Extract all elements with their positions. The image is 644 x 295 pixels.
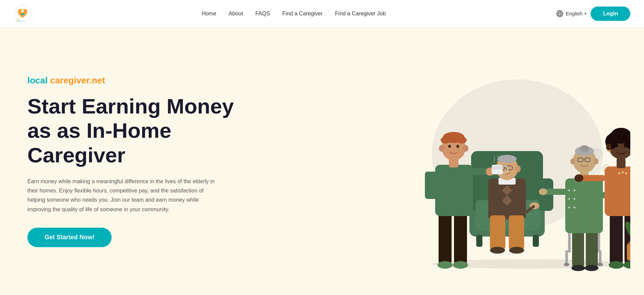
svg-point-42 (438, 261, 453, 269)
svg-point-83 (594, 158, 598, 164)
svg-point-90 (623, 261, 630, 269)
nav-link-find-caregiver-job[interactable]: Find a Caregiver Job (335, 11, 386, 16)
svg-rect-55 (425, 172, 439, 199)
svg-rect-34 (490, 215, 505, 250)
hero-section: local caregiver.net Start Earning Money … (0, 27, 644, 295)
chevron-down-icon: ▾ (584, 11, 586, 16)
svg-point-100 (611, 128, 630, 140)
logo-icon: local caregiver.net (14, 5, 31, 23)
hero-illustration: ✦ ✦ ✦ ✦ ✦ ✦ (391, 45, 630, 278)
svg-rect-44 (435, 165, 473, 216)
svg-rect-67 (572, 230, 584, 267)
nav-link-find-caregiver[interactable]: Find a Caregiver (282, 11, 323, 16)
svg-point-1 (22, 10, 24, 12)
svg-rect-35 (509, 215, 524, 250)
svg-point-105 (606, 144, 611, 150)
nav-item-faqs[interactable]: FAQS (255, 11, 270, 17)
svg-point-49 (457, 137, 467, 144)
svg-point-27 (497, 155, 517, 163)
svg-rect-110 (627, 243, 630, 260)
svg-rect-41 (454, 213, 467, 264)
svg-point-43 (453, 261, 468, 269)
svg-point-82 (570, 158, 575, 164)
hero-heading: Start Earning Money as as In-Home Caregi… (27, 94, 234, 167)
svg-point-69 (571, 265, 585, 271)
nav-item-about[interactable]: About (229, 11, 243, 17)
hero-description: Earn money while making a meaningful dif… (27, 177, 219, 214)
svg-point-51 (456, 145, 459, 148)
svg-point-85 (539, 188, 547, 195)
svg-rect-68 (586, 230, 598, 267)
svg-rect-111 (629, 242, 630, 246)
get-started-button[interactable]: Get Started Now! (27, 228, 112, 247)
hero-heading-line2: as as In-Home (27, 119, 171, 142)
svg-text:local: local (16, 19, 20, 21)
nav-link-home[interactable]: Home (202, 11, 216, 16)
globe-icon (556, 10, 564, 17)
svg-text:✦ ✦: ✦ ✦ (567, 188, 577, 193)
svg-rect-40 (439, 213, 452, 264)
svg-point-65 (564, 263, 569, 266)
svg-point-89 (609, 261, 624, 269)
svg-point-92 (618, 172, 620, 174)
svg-point-108 (574, 174, 583, 182)
language-label: English (566, 11, 582, 16)
hero-content: local caregiver.net Start Earning Money … (27, 75, 234, 247)
svg-text:caregiver.net: caregiver.net (16, 21, 23, 22)
brand-caregiver: caregiver.net (50, 75, 105, 85)
svg-point-48 (441, 137, 450, 144)
hero-heading-line3: Caregiver (27, 143, 125, 167)
svg-point-101 (615, 144, 618, 147)
svg-point-93 (622, 171, 624, 173)
nav-link-about[interactable]: About (229, 11, 243, 16)
svg-rect-20 (533, 235, 539, 247)
login-button[interactable]: Login (591, 6, 630, 21)
svg-point-33 (515, 165, 521, 172)
svg-text:✦ ✦: ✦ ✦ (567, 205, 577, 210)
hero-heading-line1: Start Earning Money (27, 94, 234, 118)
svg-text:✦ ✦: ✦ ✦ (567, 196, 577, 202)
nav-links: Home About FAQS Find a Caregiver Find a … (202, 11, 386, 17)
logo[interactable]: local caregiver.net (14, 5, 31, 23)
nav-item-find-caregiver-job[interactable]: Find a Caregiver Job (335, 11, 386, 17)
svg-point-36 (490, 247, 505, 254)
svg-rect-19 (476, 235, 482, 247)
nav-item-home[interactable]: Home (202, 11, 216, 17)
svg-point-70 (585, 265, 598, 271)
nav-link-faqs[interactable]: FAQS (255, 11, 270, 16)
svg-rect-63 (565, 250, 568, 264)
svg-point-53 (463, 145, 468, 152)
svg-point-102 (624, 144, 627, 147)
brand-local: local (27, 75, 48, 85)
language-selector[interactable]: English ▾ (556, 10, 586, 17)
svg-point-37 (509, 247, 524, 254)
brand-line: local caregiver.net (27, 75, 234, 86)
svg-point-52 (439, 145, 444, 152)
nav-item-find-caregiver[interactable]: Find a Caregiver (282, 11, 323, 17)
navbar: local caregiver.net Home About FAQS Find… (0, 0, 644, 27)
svg-point-78 (580, 145, 589, 152)
svg-point-50 (448, 145, 451, 148)
svg-rect-95 (617, 158, 626, 168)
svg-rect-87 (610, 213, 623, 264)
nav-right: English ▾ Login (556, 6, 630, 21)
svg-point-66 (597, 263, 603, 266)
caregiver-illustration: ✦ ✦ ✦ ✦ ✦ ✦ (391, 45, 630, 278)
svg-rect-64 (599, 250, 602, 264)
svg-point-94 (625, 172, 627, 174)
svg-rect-58 (492, 166, 503, 169)
